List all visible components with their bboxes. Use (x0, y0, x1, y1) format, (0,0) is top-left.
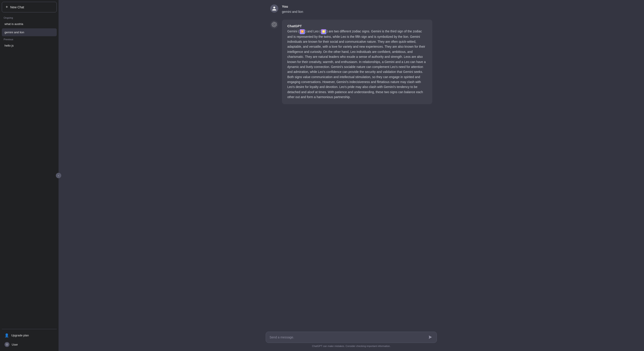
ongoing-section-label: Ongoing (2, 15, 57, 20)
upgrade-plan-button[interactable]: 👤 Upgrade plan (2, 331, 57, 340)
user-avatar: U (4, 342, 10, 347)
gemini-symbol: ♊ (300, 29, 305, 34)
upgrade-icon: 👤 (4, 333, 9, 338)
collapse-sidebar-button[interactable]: ‹ (56, 173, 61, 178)
user-menu-button[interactable]: U User (2, 340, 57, 349)
chatgpt-icon (272, 22, 277, 27)
sidebar-item-hello-js[interactable]: hello js (2, 42, 57, 49)
chat-area: You gemini and lion ChatGPT Gemini (♊) a… (58, 0, 644, 328)
chatgpt-avatar (270, 20, 278, 28)
send-button[interactable] (428, 335, 433, 340)
leo-symbol: ♌ (321, 29, 326, 34)
upgrade-label: Upgrade plan (11, 334, 29, 337)
assistant-message-text: Gemini (♊) and Leo (♌) are two different… (287, 29, 427, 99)
sidebar: + New Chat Ongoing what is austria gemin… (0, 0, 58, 351)
user-avatar-icon (270, 4, 278, 12)
new-chat-label: New Chat (10, 5, 24, 9)
send-icon (428, 336, 432, 339)
input-area: ChatGPT can make mistakes. Consider chec… (58, 328, 644, 351)
sidebar-item-gemini-and-lion[interactable]: gemini and lion (2, 28, 57, 36)
main-content: ‹ You gemini and lion (58, 0, 644, 351)
assistant-response-box: ChatGPT Gemini (♊) and Leo (♌) are two d… (282, 19, 432, 104)
sidebar-item-what-is-austria[interactable]: what is austria (2, 20, 57, 28)
previous-section-label: Previous (2, 37, 57, 42)
user-message: You gemini and lion (270, 4, 432, 14)
footer-note: ChatGPT can make mistakes. Consider chec… (312, 345, 391, 349)
assistant-message-container: ChatGPT Gemini (♊) and Leo (♌) are two d… (266, 19, 437, 104)
message-input-wrapper (266, 332, 437, 343)
user-label: User (12, 343, 18, 346)
user-message-text: gemini and lion (282, 9, 432, 14)
message-input[interactable] (270, 336, 428, 339)
person-icon (272, 6, 277, 11)
user-message-content: You gemini and lion (282, 4, 432, 14)
user-sender-name: You (282, 4, 432, 8)
plus-icon: + (6, 5, 8, 9)
new-chat-button[interactable]: + New Chat (2, 2, 57, 12)
assistant-sender-name: ChatGPT (287, 24, 427, 28)
sidebar-bottom: 👤 Upgrade plan U User (2, 329, 57, 349)
assistant-message: ChatGPT Gemini (♊) and Leo (♌) are two d… (270, 19, 432, 104)
user-message-container: You gemini and lion (266, 4, 437, 14)
